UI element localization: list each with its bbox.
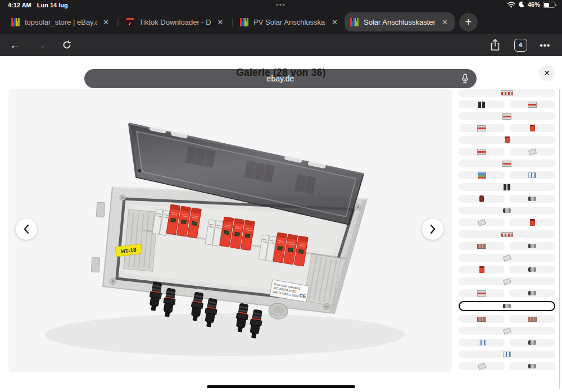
thumbnail-pill[interactable] (459, 266, 505, 274)
thumbnail-image (502, 278, 511, 285)
thumbnail-list (459, 89, 555, 370)
thumbnail-row (459, 315, 555, 323)
tab-close-icon[interactable]: ✕ (102, 18, 110, 26)
tab-close-icon[interactable]: ✕ (441, 18, 449, 26)
thumbnail-pill[interactable] (509, 266, 555, 274)
status-bar: 4:12 AM Lun 14 lug ••• 46% (0, 0, 562, 10)
thumbnail-pill[interactable] (459, 339, 505, 347)
thumbnail-image (502, 161, 511, 167)
battery-icon (543, 2, 555, 8)
thumbnail-pill[interactable] (459, 362, 505, 370)
back-button[interactable]: ← (7, 34, 24, 56)
thumbnail-image (477, 149, 486, 155)
tab-label: topsolar_store | eBay.de (25, 18, 97, 26)
thumbnail-row (459, 112, 555, 120)
thumbnail-pill[interactable] (509, 315, 555, 323)
thumbnail-image (528, 244, 536, 248)
thumbnail-pill[interactable] (509, 124, 555, 132)
tab-close-icon[interactable]: ✕ (330, 18, 339, 26)
thumbnail-image (501, 90, 513, 95)
thumbnail-pill[interactable] (459, 350, 555, 358)
thumbnail-image (530, 219, 535, 226)
thumbnail-image (477, 290, 486, 297)
thumbnail-scrollbar[interactable] (559, 89, 560, 389)
thumbnail-pill[interactable] (459, 327, 555, 335)
ebay-favicon-icon (11, 18, 20, 26)
thumbnail-row (459, 136, 555, 144)
thumbnail-row (459, 207, 555, 215)
thumbnail-row (459, 183, 555, 191)
browser-toolbar: ← → ebay.de 4 ••• (0, 34, 562, 56)
thumbnail-pill[interactable] (459, 254, 555, 262)
thumbnail-image (530, 125, 535, 131)
gallery-next-button[interactable] (422, 218, 443, 240)
thumbnail-image (478, 102, 485, 108)
thumbnail-row (459, 195, 555, 203)
thumbnail-pill[interactable] (459, 159, 555, 167)
tab-topsolar-store[interactable]: topsolar_store | eBay.de ✕ (6, 12, 116, 31)
thumbnail-pill[interactable] (459, 218, 505, 226)
forward-button[interactable]: → (32, 34, 49, 56)
tab-separator: | (116, 17, 120, 26)
tab-pv-solar[interactable]: PV Solar Anschlusskaste ✕ (234, 12, 345, 31)
thumbnail-image (479, 195, 484, 202)
tab-solar-anschlusskasten-active[interactable]: Solar Anschlusskasten U ✕ (345, 12, 455, 31)
thumbnail-pill[interactable] (509, 195, 555, 203)
tab-tiktok-downloader[interactable]: ♪ Tiktok Downloader - Do ✕ (120, 12, 230, 31)
tab-close-icon[interactable]: ✕ (216, 18, 225, 26)
new-tab-button[interactable]: + (459, 13, 478, 31)
thumbnail-row (459, 159, 555, 167)
wifi-icon (507, 2, 515, 8)
product-photo-junction-box: HT-18 Executive standard IEC 60529 IP 65… (8, 89, 452, 372)
thumbnail-row (459, 350, 555, 358)
gallery-prev-button[interactable] (16, 218, 37, 240)
ce-mark: CE (299, 293, 307, 299)
home-indicator[interactable] (207, 385, 355, 388)
thumbnail-pill[interactable] (459, 242, 505, 250)
close-gallery-button[interactable]: ✕ (539, 65, 555, 81)
thumbnail-pill[interactable] (459, 124, 505, 132)
thumbnail-pill[interactable] (509, 101, 555, 108)
thumbnail-pill[interactable] (459, 183, 555, 191)
share-icon[interactable] (488, 34, 502, 56)
thumbnail-image (477, 363, 486, 370)
thumbnail-pill[interactable] (459, 195, 505, 203)
ebay-favicon-icon (240, 18, 248, 26)
thumbnail-pill[interactable] (509, 171, 555, 179)
thumbnail-row (459, 230, 555, 238)
thumbnail-image (528, 172, 536, 178)
thumbnail-pill[interactable] (509, 339, 555, 347)
thumbnail-image (528, 102, 537, 108)
thumbnail-image (504, 184, 510, 190)
thumbnail-pill[interactable] (509, 148, 555, 156)
thumbnail-pill[interactable] (509, 362, 555, 370)
thumbnail-pill[interactable] (459, 277, 555, 285)
thumbnail-row (459, 339, 555, 347)
thumbnail-pill[interactable] (459, 289, 505, 297)
thumbnail-pill[interactable] (459, 112, 555, 120)
reload-button[interactable] (58, 34, 75, 56)
thumbnail-pill[interactable] (509, 218, 555, 226)
thumbnail-pill[interactable] (459, 315, 505, 323)
thumbnail-image (477, 317, 486, 322)
battery-percent: 46% (528, 1, 540, 8)
thumbnail-pill[interactable] (459, 89, 555, 97)
tab-switcher-button[interactable]: 4 (513, 34, 528, 56)
thumbnail-pill[interactable] (509, 242, 555, 250)
thumbnail-pill[interactable] (509, 289, 555, 297)
thumbnail-pill[interactable] (459, 230, 555, 238)
thumbnail-pill-selected[interactable] (459, 301, 555, 311)
more-menu-button[interactable]: ••• (536, 34, 554, 56)
thumbnail-row (459, 301, 555, 311)
thumbnail-pill[interactable] (459, 148, 505, 156)
thumbnail-image (503, 208, 511, 213)
thumbnail-image (528, 340, 536, 345)
thumbnail-pill[interactable] (459, 207, 555, 215)
thumbnail-image (528, 364, 536, 368)
thumbnail-pill[interactable] (459, 101, 505, 108)
thumbnail-row (459, 242, 555, 250)
tab-count: 4 (514, 39, 527, 52)
thumbnail-row (459, 277, 555, 285)
thumbnail-pill[interactable] (459, 136, 555, 144)
thumbnail-pill[interactable] (459, 171, 505, 179)
